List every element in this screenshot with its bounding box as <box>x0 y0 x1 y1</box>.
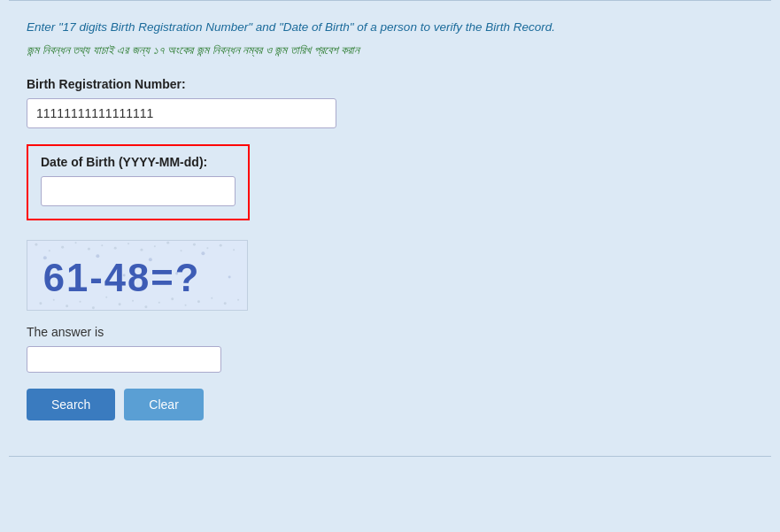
svg-point-2 <box>49 250 50 251</box>
svg-point-9 <box>140 248 143 251</box>
svg-point-25 <box>144 305 147 308</box>
answer-label: The answer is <box>27 325 753 339</box>
svg-point-19 <box>66 305 68 307</box>
svg-point-28 <box>185 304 187 305</box>
bottom-divider <box>9 456 771 457</box>
svg-point-11 <box>166 242 169 244</box>
svg-point-20 <box>80 301 81 303</box>
svg-point-40 <box>201 251 205 255</box>
svg-point-17 <box>39 302 42 305</box>
dob-input[interactable] <box>41 176 236 206</box>
svg-point-6 <box>101 244 103 246</box>
svg-point-26 <box>158 302 160 304</box>
svg-point-35 <box>70 269 73 272</box>
svg-point-10 <box>154 245 156 247</box>
birth-registration-group: Birth Registration Number: <box>27 77 753 128</box>
svg-point-24 <box>132 300 134 302</box>
dob-group: Date of Birth (YYYY-MM-dd): <box>27 144 250 220</box>
svg-point-13 <box>193 243 196 246</box>
svg-point-3 <box>61 246 64 249</box>
svg-point-32 <box>237 299 239 301</box>
svg-point-21 <box>92 306 95 309</box>
svg-point-36 <box>96 254 99 258</box>
captcha-image: 61-48=? <box>27 240 248 311</box>
svg-point-4 <box>75 242 77 243</box>
svg-point-39 <box>175 272 178 274</box>
instruction-english: Enter "17 digits Birth Registration Numb… <box>27 19 753 36</box>
captcha-svg: 61-48=? <box>27 240 247 311</box>
svg-text:61-48=?: 61-48=? <box>43 256 201 299</box>
svg-point-16 <box>233 249 235 251</box>
instruction-bangla: জন্ম নিবন্ধন তথ্য যাচাই এর জন্য ১৭ অংকের… <box>27 42 753 59</box>
answer-input[interactable] <box>27 346 221 373</box>
svg-point-37 <box>123 274 126 276</box>
svg-point-12 <box>181 250 182 251</box>
birth-registration-label: Birth Registration Number: <box>27 77 753 91</box>
svg-point-7 <box>114 247 117 250</box>
birth-registration-input[interactable] <box>27 98 336 128</box>
svg-point-23 <box>119 303 121 305</box>
button-group: Search Clear <box>27 389 753 420</box>
svg-point-15 <box>220 244 222 247</box>
svg-point-8 <box>127 243 129 244</box>
main-content: Enter "17 digits Birth Registration Numb… <box>0 1 780 456</box>
dob-label: Date of Birth (YYYY-MM-dd): <box>41 155 236 169</box>
svg-point-41 <box>228 275 231 278</box>
svg-point-1 <box>35 243 37 246</box>
svg-point-18 <box>53 299 55 301</box>
search-button[interactable]: Search <box>27 389 115 420</box>
svg-point-29 <box>197 300 200 303</box>
svg-point-14 <box>206 247 208 249</box>
clear-button[interactable]: Clear <box>124 389 203 420</box>
svg-point-5 <box>88 248 90 251</box>
svg-point-34 <box>43 256 47 259</box>
svg-point-38 <box>149 258 152 261</box>
svg-point-31 <box>224 302 227 305</box>
svg-point-30 <box>211 297 212 299</box>
page-container: Enter "17 digits Birth Registration Numb… <box>0 0 780 532</box>
